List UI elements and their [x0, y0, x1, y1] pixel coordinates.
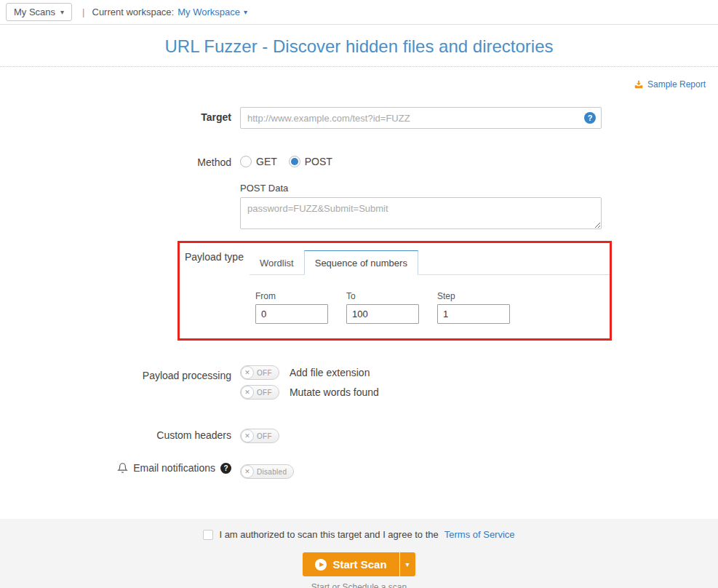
payload-type-tabs: Wordlist Sequence of numbers — [250, 250, 610, 275]
chevron-down-icon: ▾ — [60, 8, 64, 16]
from-input[interactable] — [255, 304, 328, 324]
close-icon: ✕ — [241, 465, 254, 478]
start-scan-button[interactable]: ▶ Start Scan — [303, 552, 399, 576]
close-icon: ✕ — [241, 429, 254, 442]
toggle-state: Disabled — [257, 468, 287, 476]
add-file-extension-toggle[interactable]: ✕ OFF — [240, 365, 279, 380]
method-row: Method GET POST — [0, 152, 718, 168]
tab-wordlist[interactable]: Wordlist — [250, 251, 304, 274]
sample-report-link[interactable]: Sample Report — [634, 79, 706, 90]
target-row: Target ? — [0, 107, 718, 129]
scan-form: Target ? Method GET POST — [0, 107, 718, 479]
page-title: URL Fuzzer - Discover hidden files and d… — [0, 36, 718, 57]
add-file-extension-label: Add file extension — [290, 367, 370, 378]
workspace-name: My Workspace — [177, 7, 240, 17]
mutate-words-label: Mutate words found — [290, 386, 379, 398]
target-help-icon[interactable]: ? — [584, 112, 596, 124]
top-bar: My Scans ▾ | Current workspace: My Works… — [0, 0, 718, 25]
title-divider — [0, 66, 718, 67]
post-data-label: POST Data — [240, 183, 602, 194]
tab-sequence-of-numbers[interactable]: Sequence of numbers — [304, 250, 418, 275]
method-radio-post[interactable]: POST — [289, 156, 332, 167]
consent-text: I am authorized to scan this target and … — [219, 529, 438, 540]
custom-headers-label: Custom headers — [0, 425, 240, 441]
email-help-icon[interactable]: ? — [220, 463, 231, 474]
post-data-textarea[interactable] — [240, 197, 602, 229]
bell-icon — [117, 462, 128, 474]
payload-processing-label: Payload processing — [0, 365, 240, 381]
custom-headers-toggle[interactable]: ✕ OFF — [240, 429, 279, 443]
footer-panel: I am authorized to scan this target and … — [0, 519, 718, 588]
payload-type-highlight-box: Payload type Wordlist Sequence of number… — [177, 241, 612, 341]
radio-checked-icon — [289, 156, 300, 167]
start-scan-label: Start Scan — [332, 558, 386, 571]
step-label: Step — [437, 291, 510, 301]
consent-checkbox[interactable] — [203, 530, 213, 540]
start-scan-dropdown[interactable]: ▾ — [399, 552, 415, 576]
email-notifications-toggle[interactable]: ✕ Disabled — [240, 464, 294, 479]
target-label: Target — [0, 107, 240, 123]
play-icon: ▶ — [315, 559, 327, 571]
step-input[interactable] — [437, 304, 510, 324]
close-icon: ✕ — [241, 366, 254, 379]
close-icon: ✕ — [241, 386, 254, 399]
target-input[interactable] — [240, 107, 602, 129]
download-icon — [634, 79, 644, 90]
to-input[interactable] — [346, 304, 419, 324]
workspace-label: Current workspace: — [92, 7, 175, 17]
start-scan-subtext: Start or Schedule a scan — [0, 582, 718, 588]
payload-type-label: Payload type — [185, 251, 244, 263]
toggle-state: OFF — [257, 369, 272, 377]
post-data-row: POST Data — [0, 183, 718, 232]
method-radio-get[interactable]: GET — [240, 156, 277, 167]
chevron-down-icon: ▾ — [244, 8, 247, 16]
workspace-selector[interactable]: My Workspace ▾ — [177, 7, 247, 17]
method-label: Method — [0, 152, 240, 168]
toggle-state: OFF — [257, 389, 272, 397]
payload-processing-row: Payload processing ✕ OFF Add file extens… — [0, 365, 718, 405]
my-scans-dropdown[interactable]: My Scans ▾ — [6, 3, 72, 21]
toggle-state: OFF — [257, 432, 272, 440]
terms-of-service-link[interactable]: Terms of Service — [444, 529, 515, 540]
topbar-separator: | — [82, 7, 84, 17]
from-label: From — [255, 291, 328, 301]
my-scans-label: My Scans — [14, 7, 55, 17]
chevron-down-icon: ▾ — [406, 560, 410, 568]
mutate-words-toggle[interactable]: ✕ OFF — [240, 385, 279, 400]
email-notifications-label: Email notifications — [133, 462, 215, 474]
method-post-label: POST — [305, 156, 332, 167]
sample-report-label: Sample Report — [647, 79, 706, 90]
radio-unchecked-icon — [240, 156, 252, 167]
method-get-label: GET — [256, 156, 277, 167]
to-label: To — [346, 291, 419, 301]
custom-headers-row: Custom headers ✕ OFF — [0, 425, 718, 443]
email-notifications-row: Email notifications ? ✕ Disabled — [0, 462, 718, 479]
